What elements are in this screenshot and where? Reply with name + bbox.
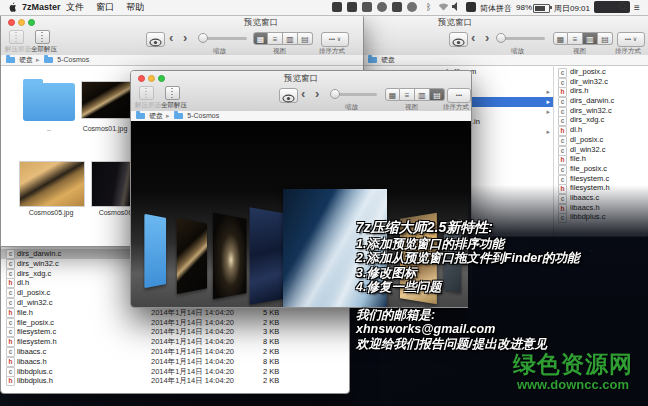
extract-all-button[interactable]: 全部解压 [31,30,53,54]
volume-icon[interactable] [452,2,462,14]
thumbnail-cosmos05[interactable] [19,161,85,207]
browser-file-item[interactable]: cdl_posix.c [554,135,648,145]
browser-file-item[interactable]: cfilesystem.c [554,174,648,184]
view-list-button[interactable]: ≡ [268,32,283,45]
file-list-row[interactable]: hlibbdplus.h2014年1月14日 14:04:202 KB [1,376,349,386]
browser-file-item[interactable]: hfile.h [554,154,648,164]
sort-dropdown[interactable]: ••• ∨ [321,32,349,47]
thumbnail-cosmos01[interactable] [81,81,131,119]
carousel-item-folder-icon[interactable] [144,214,166,288]
status-icon-1[interactable] [332,2,342,12]
browser-file-item[interactable]: cdirs_darwin.c [554,96,648,106]
menu-help[interactable]: 帮助 [126,2,144,13]
battery-icon[interactable] [533,4,550,13]
zoom-slider[interactable] [199,37,247,40]
apple-menu-icon[interactable] [8,2,17,16]
extract-selected-button[interactable]: 解压所选 [135,86,157,110]
view-coverflow-button[interactable]: ▤ [598,32,613,45]
zoom-slider[interactable] [331,93,377,96]
menu-app-name[interactable]: 7zMaster [22,2,61,13]
close-button[interactable] [8,19,15,26]
file-name: file_posix.c [17,318,54,328]
status-icon-5[interactable] [392,2,402,12]
input-method-label[interactable]: 简体拼音 [480,3,512,14]
status-icon-4[interactable] [377,2,387,12]
view-grid-button[interactable]: ▦ [253,32,268,45]
file-list-row[interactable]: hlibaacs.h2014年1月14日 14:04:208 KB [1,357,349,367]
view-list-button[interactable]: ≡ [568,32,583,45]
browser-file-item[interactable]: cdirs_xdg.c [554,115,648,125]
browser-titlebar[interactable]: 预览窗口 [363,15,648,29]
notification-center-icon[interactable]: ≡ [634,2,640,13]
view-columns-button[interactable]: ▥ [583,32,598,45]
path-item[interactable]: 硬盘 [381,56,395,63]
thumbnail-label[interactable]: Cosmos05.jpg [15,209,87,216]
status-icon-3[interactable] [362,2,372,12]
view-coverflow-button[interactable]: ▤ [298,32,313,45]
status-icon-6[interactable] [407,2,417,12]
file-type-icon: c [6,347,15,357]
quicklook-eye-button[interactable] [449,32,468,47]
quicklook-eye-button[interactable] [146,32,165,47]
path-item-folder[interactable]: 5-Cosmos [187,112,219,119]
parent-folder-icon[interactable] [23,83,75,121]
view-grid-button[interactable]: ▦ [385,88,400,101]
bluetooth-icon[interactable]: ᛒ [426,2,431,13]
file-list-row[interactable]: hfile.h2014年1月14日 14:04:205 KB [1,308,349,318]
file-type-icon: c [6,367,15,377]
extract-selected-button[interactable]: 解压所选 [5,30,27,54]
browser-file-item[interactable]: cdl_win32.c [554,145,648,155]
parent-folder-label[interactable]: .. [23,125,75,132]
browser-file-item[interactable]: cdirs_win32.c [554,106,648,116]
file-list-row[interactable]: clibbdplus.c2014年1月14日 14:04:202 KB [1,367,349,377]
browser-file-item[interactable]: cdir_posix.c [554,67,648,77]
chevron-down-icon: ∨ [633,36,637,42]
zoom-slider-knob[interactable] [330,89,340,99]
back-button[interactable]: ‹ [169,30,173,45]
forward-button[interactable]: › [485,30,489,45]
zoom-slider-knob[interactable] [198,33,208,43]
path-item-folder[interactable]: 5-Cosmos [57,56,89,63]
extract-all-button[interactable]: 全部解压 [161,86,183,110]
watermark-site-name: 绿色资源网 [498,352,648,377]
file-list-row[interactable]: cfile_posix.c2014年1月14日 14:04:202 KB [1,318,349,328]
view-columns-button[interactable]: ▥ [415,88,430,101]
back-button[interactable]: ‹ [471,30,475,45]
wifi-icon[interactable] [438,2,449,14]
browser-file-item[interactable]: hdirs.h [554,86,648,96]
status-icon-2[interactable] [347,2,357,12]
input-method-icon[interactable] [466,2,476,12]
path-item-root[interactable]: 硬盘 [19,56,33,63]
sort-dropdown[interactable]: ••• ∨ [617,32,645,47]
view-coverflow-button[interactable]: ▤ [430,88,445,101]
path-item-root[interactable]: 硬盘 [149,112,163,119]
file-name: libaacs.c [17,347,46,357]
forward-button[interactable]: › [183,30,187,45]
file-date: 2014年1月14日 14:04:20 [151,327,234,337]
browser-file-item[interactable]: cfile_posix.c [554,164,648,174]
sort-dropdown[interactable]: ••• [447,88,471,103]
view-columns-button[interactable]: ▥ [283,32,298,45]
forward-button[interactable]: › [315,86,319,101]
file-list-row[interactable]: cfilesystem.c2014年1月14日 14:04:203 KB [1,327,349,337]
quicklook-eye-button[interactable] [279,88,298,103]
view-grid-button[interactable]: ▦ [553,32,568,45]
file-list-row[interactable]: hfilesystem.h2014年1月14日 14:04:208 KB [1,337,349,347]
preview-titlebar[interactable]: 预览窗口 [131,71,471,85]
icon-window-titlebar[interactable]: 预览窗口 [1,15,363,29]
view-list-button[interactable]: ≡ [400,88,415,101]
back-button[interactable]: ‹ [301,86,305,101]
browser-file-item[interactable]: cdir_win32.c [554,77,648,87]
spotlight-search-icon[interactable] [618,2,628,15]
menu-file[interactable]: 文件 [66,2,84,13]
zoom-slider[interactable] [497,37,545,40]
menu-clock[interactable]: 周日09:01 [554,3,590,14]
menu-window[interactable]: 窗口 [96,2,114,13]
zoom-button[interactable] [28,19,35,26]
zoom-slider-knob[interactable] [496,33,506,43]
browser-file-item[interactable]: hdl.h [554,125,648,135]
carousel-item-cosmos01[interactable] [177,218,207,294]
file-list-row[interactable]: clibaacs.c2014年1月14日 14:04:202 KB [1,347,349,357]
carousel-item-cosmos02[interactable] [213,213,247,300]
minimize-button[interactable] [18,19,25,26]
